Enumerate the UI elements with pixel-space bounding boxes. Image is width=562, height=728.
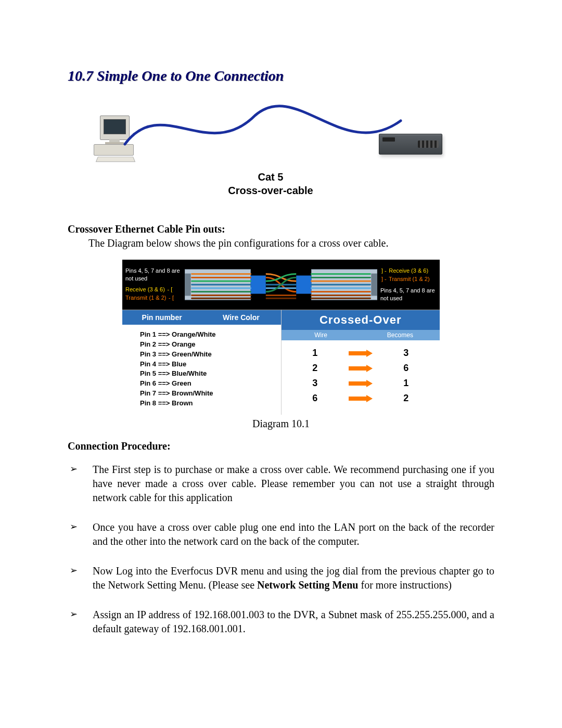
crossed-over-table: Crossed-Over Wire Becomes 1 3 2 6 3	[282, 310, 440, 415]
section-title: 10.7 Simple One to One Connection	[68, 68, 494, 84]
pin-col-head-color: Wire Color	[201, 313, 280, 322]
d2-left-labels: Pins 4, 5, 7 and 8 are not used Receive …	[125, 267, 182, 302]
pinouts-intro: The Diagram below shows the pin configur…	[88, 236, 494, 250]
figure-one: Cat 5 Cross-over-cable	[88, 100, 453, 197]
procedure-item: The First step is to purchase or make a …	[70, 463, 494, 505]
cross-row: 1 3	[297, 346, 425, 361]
pin-row: Pin 6 ==> Green	[140, 379, 274, 389]
pinouts-heading: Crossover Ethernet Cable Pin outs:	[68, 223, 494, 235]
d2-right-labels: ]- Receive (3 & 6) ]- Transmit (1 & 2) P…	[380, 267, 437, 302]
arrow-icon	[349, 380, 373, 387]
procedure-item: Once you have a cross over cable plug on…	[70, 520, 494, 548]
diagram-caption: Diagram 10.1	[68, 418, 494, 430]
arrow-icon	[349, 350, 373, 357]
pin-color-table: Pin number Wire Color Pin 1 ==> Orange/W…	[122, 310, 282, 415]
pin-col-head-pin: Pin number	[122, 313, 201, 322]
d2-left-notused: Pins 4, 5, 7 and 8 are not used	[125, 267, 182, 283]
crossed-sub-becomes: Becomes	[361, 331, 440, 339]
svg-rect-1	[185, 274, 191, 296]
cross-row: 6 2	[297, 391, 425, 406]
pin-row: Pin 8 ==> Brown	[140, 399, 274, 408]
d2-left-transmit: Transmit (1 & 2)	[125, 295, 166, 301]
cross-wire: 2	[312, 363, 317, 374]
svg-rect-4	[251, 275, 266, 293]
cross-row: 3 1	[297, 376, 425, 391]
pin-row: Pin 5 ==> Blue/White	[140, 369, 274, 379]
fig1-caption-line1: Cat 5	[258, 171, 284, 183]
d2-left-receive: Receive (3 & 6)	[125, 286, 165, 292]
d2-right-transmit: Transmit (1 & 2)	[389, 276, 429, 282]
proc-item3-after: for more instructions)	[358, 579, 451, 591]
cross-becomes: 3	[403, 348, 408, 359]
pin-row: Pin 7 ==> Brown/White	[140, 389, 274, 399]
crossed-sub-wire: Wire	[282, 331, 361, 339]
pin-row: Pin 2 ==> Orange	[140, 340, 274, 350]
pin-row: Pin 3 ==> Green/White	[140, 350, 274, 360]
cross-wire: 6	[312, 393, 317, 404]
cross-becomes: 1	[403, 378, 408, 389]
pin-list: Pin 1 ==> Orange/White Pin 2 ==> Orange …	[122, 325, 281, 415]
svg-rect-3	[371, 274, 377, 296]
procedure-heading: Connection Procedure:	[68, 440, 494, 452]
cross-row: 2 6	[297, 361, 425, 376]
procedure-list: The First step is to purchase or make a …	[68, 463, 494, 636]
arrow-icon	[349, 395, 373, 402]
diagram-10-1: Pins 4, 5, 7 and 8 are not used Receive …	[122, 260, 440, 415]
crossed-over-title: Crossed-Over	[282, 310, 440, 330]
pin-row: Pin 1 ==> Orange/White	[140, 330, 274, 340]
dvr-device-icon	[379, 134, 442, 155]
cross-wire: 1	[312, 348, 317, 359]
arrow-icon	[349, 365, 373, 372]
svg-rect-5	[296, 275, 311, 293]
procedure-item: Assign an IP address of 192.168.001.003 …	[70, 608, 494, 636]
cross-wire: 3	[312, 378, 317, 389]
d2-right-notused: Pins 4, 5, 7 and 8 are not used	[380, 287, 437, 302]
procedure-item: Now Log into the Everfocus DVR menu and …	[70, 564, 494, 592]
pin-row: Pin 4 ==> Blue	[140, 360, 274, 369]
figure-one-caption: Cat 5 Cross-over-cable	[88, 170, 453, 197]
cross-becomes: 2	[403, 393, 408, 404]
proc-item3-bold: Network Setting Menu	[257, 579, 358, 591]
rj45-crossover-illustration	[185, 264, 377, 305]
cross-becomes: 6	[403, 363, 408, 374]
d2-right-receive: Receive (3 & 6)	[389, 267, 428, 274]
fig1-caption-line2: Cross-over-cable	[228, 185, 313, 196]
